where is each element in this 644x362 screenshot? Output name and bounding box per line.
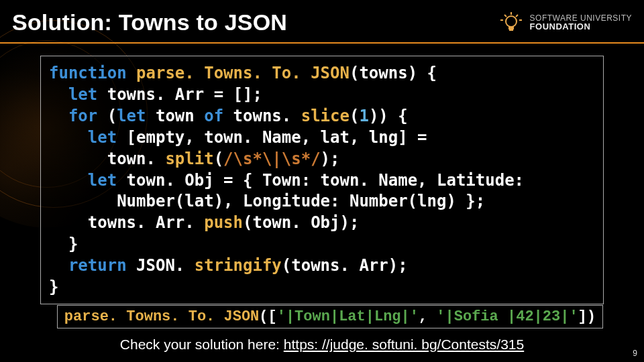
code-text: )) { bbox=[369, 107, 408, 125]
code-text: town bbox=[146, 107, 205, 125]
svg-rect-7 bbox=[509, 29, 513, 31]
keyword-for: for bbox=[49, 107, 97, 125]
method-name: slice bbox=[301, 107, 350, 125]
svg-rect-6 bbox=[508, 27, 514, 29]
code-text: ( bbox=[97, 107, 117, 125]
svg-line-4 bbox=[504, 15, 506, 17]
keyword-let: let bbox=[117, 107, 146, 125]
code-text: town. Obj = { Town: town. Name, Latitude… bbox=[117, 171, 524, 190]
code-text: town. bbox=[49, 149, 165, 168]
string-literal: '|Town|Lat|Lng|' bbox=[277, 308, 419, 325]
keyword-let: let bbox=[49, 85, 97, 104]
slide-content: function parse. Towns. To. JSON(towns) {… bbox=[0, 44, 644, 304]
code-text: (town. Obj); bbox=[243, 213, 359, 232]
code-text: ); bbox=[321, 149, 340, 168]
code-line: let [empty, town. Name, lat, lng] = bbox=[49, 127, 595, 149]
number-literal: 1 bbox=[359, 107, 368, 125]
code-block-call: parse. Towns. To. JSON(['|Town|Lat|Lng|'… bbox=[57, 305, 603, 328]
code-line: } bbox=[49, 277, 595, 298]
code-line: Number(lat), Longitude: Number(lng) }; bbox=[49, 191, 595, 213]
string-literal: '|Sofia |42|23|' bbox=[436, 308, 578, 325]
method-name: stringify bbox=[195, 256, 282, 275]
lightbulb-icon bbox=[499, 11, 523, 35]
code-text: (towns) { bbox=[350, 64, 437, 82]
code-block-main: function parse. Towns. To. JSON(towns) {… bbox=[40, 56, 604, 304]
footer-label: Check your solution here: bbox=[120, 337, 284, 352]
method-name: push bbox=[204, 213, 243, 232]
keyword-let: let bbox=[49, 171, 117, 190]
regex-literal: /\s*\|\s*/ bbox=[223, 149, 321, 168]
svg-line-5 bbox=[516, 15, 518, 17]
keyword-let: let bbox=[49, 128, 117, 147]
code-text: } bbox=[49, 278, 58, 296]
code-text: JSON. bbox=[127, 256, 195, 275]
code-line: for (let town of towns. slice(1)) { bbox=[49, 106, 595, 127]
code-text: } bbox=[49, 235, 78, 253]
code-line: } bbox=[49, 234, 595, 255]
function-name: parse. Towns. To. JSON bbox=[64, 308, 259, 325]
code-line: town. split(/\s*\|\s*/); bbox=[49, 149, 595, 170]
code-text: ( bbox=[214, 149, 223, 168]
footer-link[interactable]: https: //judge. softuni. bg/Contests/315 bbox=[284, 337, 524, 352]
footer-note: Check your solution here: https: //judge… bbox=[0, 337, 644, 353]
function-name: parse. Towns. To. JSON bbox=[127, 64, 350, 82]
method-name: split bbox=[165, 149, 213, 168]
code-text: [empty, town. Name, lat, lng] = bbox=[117, 128, 427, 147]
code-line: function parse. Towns. To. JSON(towns) { bbox=[49, 63, 595, 84]
code-text: ]) bbox=[578, 308, 596, 325]
code-line: let towns. Arr = []; bbox=[49, 84, 595, 106]
slide-header: Solution: Towns to JSON SOFTWARE UNIVERS… bbox=[0, 0, 644, 42]
code-text: ([ bbox=[259, 308, 276, 325]
svg-point-0 bbox=[506, 16, 517, 27]
code-text: , bbox=[419, 308, 436, 325]
logo-line2: FOUNDATION bbox=[530, 22, 632, 32]
code-text: ( bbox=[350, 107, 359, 125]
logo-text: SOFTWARE UNIVERSITY FOUNDATION bbox=[530, 14, 632, 32]
code-text: towns. bbox=[223, 107, 301, 125]
code-line: let town. Obj = { Town: town. Name, Lati… bbox=[49, 170, 595, 192]
code-text: Number(lat), Longitude: Number(lng) }; bbox=[49, 192, 485, 210]
code-line: return JSON. stringify(towns. Arr); bbox=[49, 255, 595, 277]
code-text: towns. Arr = []; bbox=[97, 85, 262, 104]
code-line: towns. Arr. push(town. Obj); bbox=[49, 213, 595, 234]
code-text: towns. Arr. bbox=[49, 213, 204, 232]
logo: SOFTWARE UNIVERSITY FOUNDATION bbox=[499, 11, 632, 35]
page-number: 9 bbox=[633, 349, 637, 358]
slide-title: Solution: Towns to JSON bbox=[12, 9, 287, 36]
keyword-function: function bbox=[49, 64, 127, 82]
keyword-of: of bbox=[204, 107, 223, 125]
code-text: (towns. Arr); bbox=[282, 256, 408, 275]
keyword-return: return bbox=[49, 256, 127, 275]
